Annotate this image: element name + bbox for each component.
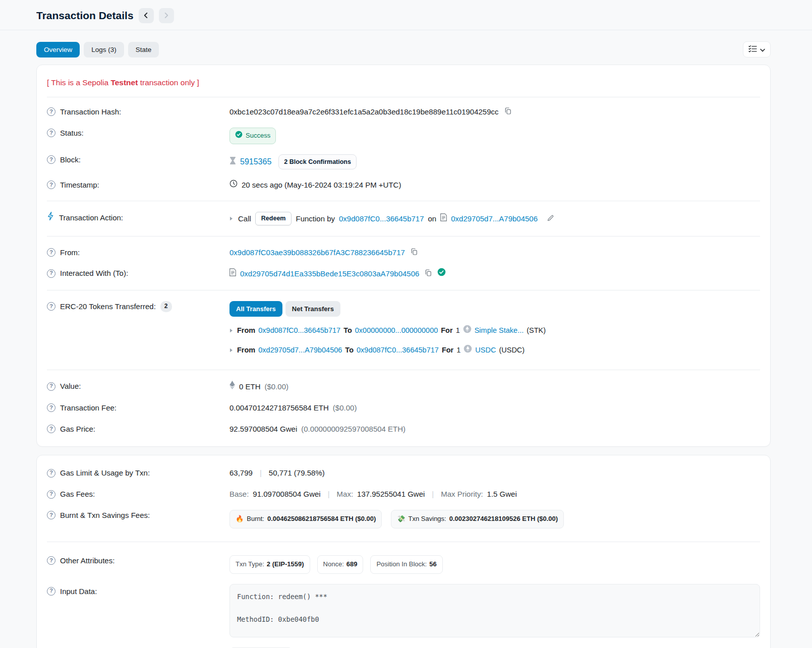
nonce-badge: Nonce: 689 (317, 555, 364, 574)
transaction-fee-value: 0.004701242718756584 ETH (229, 402, 329, 414)
transaction-hash-row: ? Transaction Hash: 0xbc1e023c07d18ea9a7… (47, 101, 760, 123)
transfer-to-word: To (345, 345, 354, 356)
chevron-left-icon (143, 12, 149, 20)
money-wings-icon: 💸 (397, 514, 405, 524)
transfer-token-symbol: (STK) (527, 325, 546, 336)
burnt-word: Burnt: (247, 514, 264, 524)
status-label: Status: (60, 128, 84, 139)
help-icon[interactable]: ? (47, 511, 55, 519)
nonce-word: Nonce: (323, 560, 344, 569)
transaction-hash-value: 0xbc1e023c07d18ea9a7c2e6f331efc1a5a2a0b3… (229, 106, 499, 117)
contract-icon (229, 268, 236, 279)
help-icon[interactable]: ? (47, 382, 55, 391)
eth-icon (229, 381, 235, 392)
copy-to-button[interactable] (423, 269, 433, 278)
status-badge: Success (229, 128, 276, 144)
separator: | (429, 489, 437, 500)
testnet-warning-suffix: transaction only ] (138, 78, 199, 87)
transfer-to-link[interactable]: 0x00000000...000000000 (355, 325, 438, 336)
copy-from-button[interactable] (409, 248, 419, 257)
help-icon[interactable]: ? (47, 587, 55, 596)
transaction-action-label: Transaction Action: (59, 212, 123, 223)
action-to-link[interactable]: 0xd29705d7...A79b04506 (451, 213, 538, 224)
input-data-textarea[interactable]: Function: redeem() *** MethodID: 0xbe040… (229, 584, 760, 637)
value-row: ? Value: 0 ETH ($0.00) (47, 376, 760, 397)
transfer-token-link[interactable]: Simple Stake... (475, 325, 524, 336)
help-icon[interactable]: ? (47, 269, 55, 278)
gas-fees-label-group: ? Gas Fees: (47, 489, 229, 500)
help-icon[interactable]: ? (47, 107, 55, 116)
details-card: ? Gas Limit & Usage by Txn: 63,799 | 50,… (36, 455, 771, 648)
contract-icon (440, 213, 447, 224)
burnt-savings-label: Burnt & Txn Savings Fees: (60, 510, 150, 521)
from-address-link[interactable]: 0x9d087fC03ae39b088326b67fA3C788236645b7… (229, 247, 405, 258)
burnt-savings-row: ? Burnt & Txn Savings Fees: 🔥 Burnt: 0.0… (47, 505, 760, 534)
input-data-label: Input Data: (60, 586, 97, 597)
display-options-button[interactable] (743, 41, 771, 57)
block-number-link[interactable]: 5915365 (240, 156, 271, 167)
timestamp-row: ? Timestamp: 20 secs ago (May-16-2024 03… (47, 174, 760, 196)
transfer-to-link[interactable]: 0x9d087fC0...36645b717 (357, 345, 439, 356)
pencil-icon (547, 214, 554, 223)
other-attributes-label: Other Attributes: (60, 555, 114, 566)
token-icon (463, 325, 472, 336)
transfer-from-link[interactable]: 0xd29705d7...A79b04506 (258, 345, 342, 356)
overview-card: [ This is a Sepolia Testnet transaction … (36, 65, 771, 447)
action-method-badge[interactable]: Redeem (255, 212, 292, 225)
action-call-word: Call (238, 213, 251, 224)
position-value: 56 (429, 560, 436, 569)
help-icon[interactable]: ? (47, 302, 55, 311)
copy-hash-button[interactable] (503, 107, 513, 116)
gas-price-label: Gas Price: (60, 424, 95, 435)
help-icon[interactable]: ? (47, 403, 55, 412)
edit-action-button[interactable] (546, 214, 555, 223)
token-icon (463, 344, 472, 356)
net-transfers-button[interactable]: Net Transfers (285, 301, 340, 317)
interacted-with-label: Interacted With (To): (60, 268, 128, 279)
gas-price-row: ? Gas Price: 92.597008504 Gwei (0.000000… (47, 419, 760, 440)
chevron-right-icon (163, 12, 169, 20)
tab-overview[interactable]: Overview (36, 42, 80, 57)
verified-check-icon (437, 268, 446, 279)
gas-used-value: 50,771 (79.58%) (269, 467, 325, 479)
help-icon[interactable]: ? (47, 425, 55, 433)
help-icon[interactable]: ? (47, 129, 55, 137)
transfer-for-word: For (441, 325, 452, 336)
tab-state[interactable]: State (128, 42, 159, 57)
savings-value: 0.002302746218109526 ETH ($0.00) (449, 514, 558, 524)
erc20-label: ERC-20 Tokens Transferred: (60, 301, 156, 312)
help-icon[interactable]: ? (47, 181, 55, 189)
help-icon[interactable]: ? (47, 248, 55, 257)
next-transaction-button[interactable] (159, 8, 174, 23)
expand-caret-icon[interactable] (229, 216, 233, 221)
testnet-warning-prefix: [ This is a Sepolia (47, 78, 110, 87)
to-address-link[interactable]: 0xd29705d74d1Ea335bBede15E3c0803aA79b045… (240, 268, 419, 279)
expand-caret-icon[interactable] (229, 348, 233, 352)
from-label: From: (60, 247, 80, 258)
tab-logs[interactable]: Logs (3) (84, 42, 124, 57)
transfer-to-word: To (343, 325, 352, 336)
max-fee-value: 137.95255041 Gwei (357, 489, 425, 500)
transfer-from-link[interactable]: 0x9d087fC0...36645b717 (258, 325, 340, 336)
prev-transaction-button[interactable] (139, 8, 154, 23)
help-icon[interactable]: ? (47, 155, 55, 164)
page-header: Transaction Details (0, 0, 812, 30)
copy-icon (424, 269, 432, 278)
all-transfers-button[interactable]: All Transfers (229, 301, 282, 317)
status-value: Success (246, 131, 270, 141)
from-label-group: ? From: (47, 247, 229, 258)
txn-type-badge: Txn Type: 2 (EIP-1559) (229, 555, 310, 574)
separator: | (257, 467, 265, 479)
help-icon[interactable]: ? (47, 490, 55, 499)
transaction-fee-usd: ($0.00) (333, 402, 357, 414)
action-from-link[interactable]: 0x9d087fC0...36645b717 (339, 213, 424, 224)
checklist-icon (748, 45, 757, 54)
expand-caret-icon[interactable] (229, 328, 233, 333)
transfer-row: From 0xd29705d7...A79b04506 To 0x9d087fC… (229, 341, 525, 359)
transfer-token-link[interactable]: USDC (475, 345, 496, 356)
help-icon[interactable]: ? (47, 469, 55, 478)
tabs: Overview Logs (3) State (36, 42, 159, 57)
help-icon[interactable]: ? (47, 556, 55, 565)
burnt-fee-badge: 🔥 Burnt: 0.004625086218756584 ETH ($0.00… (229, 510, 382, 528)
action-on-word: on (428, 213, 437, 224)
